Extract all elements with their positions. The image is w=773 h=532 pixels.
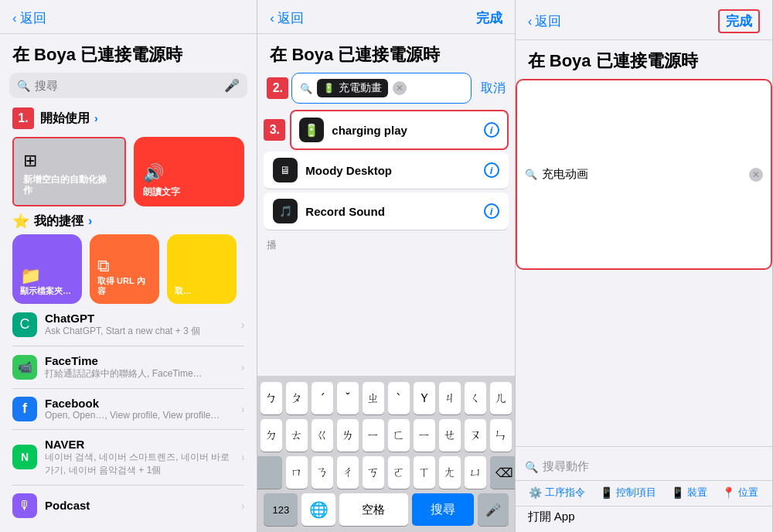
keyboard-bottom-row: 123 🌐 空格 搜尋 🎤 xyxy=(261,493,511,526)
tab-device[interactable]: 📱 裝置 xyxy=(671,486,707,500)
key-ch[interactable]: ㄔ xyxy=(337,456,359,489)
key-m[interactable]: ㄇ xyxy=(286,456,308,489)
panel1-search-input[interactable] xyxy=(35,79,220,92)
key-i[interactable]: ㄧ xyxy=(363,419,384,452)
list-item[interactable]: f Facebook Open, Open…, View profile, Vi… xyxy=(12,389,244,430)
key-space[interactable]: 空格 xyxy=(339,493,407,526)
search-icon: 🔍 xyxy=(17,80,30,92)
tab-controls[interactable]: 📱 控制項目 xyxy=(600,486,656,500)
chevron-left-icon: ‹ xyxy=(528,14,533,29)
folder-card[interactable]: 📁 顯示檔案夾… xyxy=(12,234,82,304)
facebook-title: Facebook xyxy=(45,397,233,410)
key-zh[interactable]: ㄓ xyxy=(363,382,384,414)
key-q[interactable]: ㄑ xyxy=(465,382,486,414)
tab-workflow-label: 工序指令 xyxy=(545,486,585,500)
workflow-icon: ⚙️ xyxy=(529,486,542,499)
key-t[interactable]: ㄊ xyxy=(286,419,308,452)
search-action-icon: 🔍 xyxy=(525,461,538,473)
panel3-done-button[interactable]: 完成 xyxy=(718,9,760,33)
keyboard: ㄅ ㄆ ˊ ˇ ㄓ ˋ Ｙ ㄐ ㄑ ㄦ ㄉ ㄊ ㄍ ㄌ ㄧ ㄈ ㄧ ㄝ ㄡ ㄣ … xyxy=(257,376,514,532)
facetime-title: FaceTime xyxy=(45,354,233,367)
key-j[interactable]: ㄐ xyxy=(439,382,461,414)
key-e[interactable]: ㄝ xyxy=(439,419,461,452)
tab-location[interactable]: 📍 位置 xyxy=(722,486,758,500)
step3-badge: 3. xyxy=(264,119,285,141)
result-record-sound[interactable]: 🎵 Record Sound i xyxy=(264,193,508,230)
tab-workflow[interactable]: ⚙️ 工序指令 xyxy=(529,486,585,500)
chatgpt-text: ChatGPT Ask ChatGPT, Start a new chat + … xyxy=(45,312,233,338)
list-item[interactable]: 📹 FaceTime 打給通話記錄中的聯絡人, FaceTime… › xyxy=(12,346,244,389)
panel3-back-button[interactable]: ‹ 返回 xyxy=(528,12,562,30)
panel1-back-button[interactable]: ‹ 返回 xyxy=(12,9,46,27)
clear-icon[interactable]: ✕ xyxy=(393,81,407,95)
result-moody-desktop[interactable]: 🖥 Moody Desktop i xyxy=(264,152,508,189)
panel2-header: ‹ 返回 完成 xyxy=(257,0,514,34)
info-icon3[interactable]: i xyxy=(484,203,499,219)
key-y[interactable]: Ｙ xyxy=(414,382,435,414)
info-icon[interactable]: i xyxy=(484,122,499,138)
result-charging-play[interactable]: 🔋 charging play i xyxy=(290,110,508,150)
key-ou[interactable]: ㄡ xyxy=(465,419,486,452)
record-title: Record Sound xyxy=(305,205,385,218)
panel-3: ‹ 返回 完成 在 Boya 已連接電源時 🔍 充电动画 ✕ 🔍 搜尋動作 ⚙️… xyxy=(516,0,773,532)
key-d[interactable]: ㄉ xyxy=(261,419,282,452)
cancel-button[interactable]: 取消 xyxy=(475,80,506,97)
key-globe[interactable]: 🌐 xyxy=(301,493,335,526)
panel2-back-button[interactable]: ‹ 返回 xyxy=(270,9,304,27)
get-started-section[interactable]: 開始使用 › xyxy=(40,111,244,127)
key-l[interactable]: ㄌ xyxy=(337,419,359,452)
tab-controls-label: 控制項目 xyxy=(616,486,656,500)
clear-search-icon[interactable]: ✕ xyxy=(749,168,763,182)
key-k[interactable]: ㄎ xyxy=(363,456,384,489)
key-x[interactable]: ㄒ xyxy=(414,456,435,489)
chatgpt-title: ChatGPT xyxy=(45,312,233,325)
panel3-search-field[interactable]: 🔍 充电动画 ✕ xyxy=(516,79,772,269)
key-delete[interactable]: ⌫ xyxy=(490,456,516,489)
my-shortcuts-section[interactable]: ⭐ 我的捷徑 › xyxy=(0,206,257,234)
key-o[interactable]: ㄛ xyxy=(388,456,410,489)
key-search-button[interactable]: 搜尋 xyxy=(412,493,474,526)
keyboard-row-3: ㄇ ㄋ ㄔ ㄎ ㄛ ㄒ ㄤ ㄩ ⌫ xyxy=(261,456,511,489)
key-yu[interactable]: ㄩ xyxy=(465,456,486,489)
key-tone2[interactable]: ˊ xyxy=(312,382,333,414)
key-shift[interactable] xyxy=(257,456,282,489)
key-123[interactable]: 123 xyxy=(264,493,298,526)
folder-icon: 📁 xyxy=(20,266,74,286)
search-action-label: 搜尋動作 xyxy=(543,459,589,474)
chevron-icon: › xyxy=(241,451,245,463)
info-icon2[interactable]: i xyxy=(484,162,499,178)
new-blank-card[interactable]: ⊞ 新增空白的自動化操作 xyxy=(12,137,126,206)
chatgpt-icon: C xyxy=(12,312,37,337)
key-p[interactable]: ㄆ xyxy=(286,382,308,414)
open-app-label[interactable]: 打開 App xyxy=(516,506,772,529)
speaker-icon: 🔊 xyxy=(143,163,235,183)
list-item[interactable]: N NAVER 네이버 검색, 네이버 스마트렌즈, 네이버 바로가기, 네이버… xyxy=(12,430,244,486)
key-b[interactable]: ㄅ xyxy=(261,382,282,414)
key-mic-bottom[interactable]: 🎤 xyxy=(478,493,509,526)
key-n[interactable]: ㄋ xyxy=(312,456,333,489)
chevron-icon: › xyxy=(241,361,245,373)
more-card[interactable]: 取… xyxy=(167,234,237,304)
step2-badge: 2. xyxy=(267,77,288,99)
charging-play-title: charging play xyxy=(332,124,407,137)
key-r[interactable]: ㄦ xyxy=(490,382,512,414)
panel3-header: ‹ 返回 完成 xyxy=(516,0,772,40)
key-ang[interactable]: ㄤ xyxy=(439,456,461,489)
panel1-search-bar[interactable]: 🔍 🎤 xyxy=(9,73,247,98)
key-f[interactable]: ㄈ xyxy=(388,419,410,452)
url-card[interactable]: ⧉ 取得 URL 內容 xyxy=(90,234,159,304)
key-tone4[interactable]: ˋ xyxy=(388,382,410,414)
key-g[interactable]: ㄍ xyxy=(312,419,333,452)
panel2-done-button[interactable]: 完成 xyxy=(476,9,502,27)
read-text-card[interactable]: 🔊 朗讀文字 xyxy=(134,137,244,206)
list-item[interactable]: C ChatGPT Ask ChatGPT, Start a new chat … xyxy=(12,304,244,346)
panel2-page-title: 在 Boya 已連接電源時 xyxy=(257,34,514,73)
panel-2: ‹ 返回 完成 在 Boya 已連接電源時 2. 🔍 🔋 充電動畫 ✕ 取消 3… xyxy=(257,0,515,532)
search-chip-text: 充電動畫 xyxy=(339,81,382,95)
search-chip: 🔋 充電動畫 xyxy=(317,79,388,97)
shortcut1-label: 顯示檔案夾… xyxy=(20,286,74,296)
key-tone3[interactable]: ˇ xyxy=(337,382,359,414)
key-en[interactable]: ㄣ xyxy=(490,419,512,452)
list-item[interactable]: 🎙 Podcast › xyxy=(12,486,244,526)
key-i2[interactable]: ㄧ xyxy=(414,419,435,452)
